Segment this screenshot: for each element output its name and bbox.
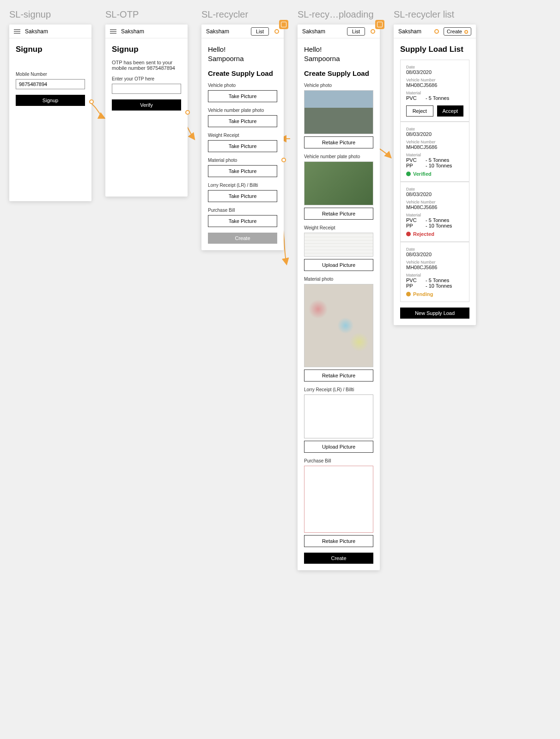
flow-anchor — [281, 158, 286, 162]
lr-preview — [304, 394, 373, 438]
plate-photo-preview — [304, 161, 373, 205]
plate-photo-label: Vehicle number plate photo — [208, 108, 277, 113]
phone-otp: Saksham Signup OTP has been sent to your… — [105, 25, 188, 197]
flow-anchor — [434, 29, 439, 34]
retake-bill[interactable]: Retake Picture — [304, 535, 373, 547]
vehicle-value: MH08CJ5686 — [406, 144, 463, 150]
create-button[interactable]: Create — [304, 553, 373, 564]
app-name: Saksham — [302, 28, 325, 35]
retake-vehicle[interactable]: Retake Picture — [304, 136, 373, 148]
create-chip[interactable]: Create — [444, 27, 471, 36]
material-row: PP- 10 Tonnes — [406, 223, 463, 228]
phone-uploading: Saksham List Hello! Sampoorna Create Sup… — [298, 25, 380, 570]
date-label: Date — [406, 65, 463, 69]
supply-card[interactable]: Date08/03/2020 Vehicle NumberMH08CJ5686 … — [400, 60, 469, 122]
reject-button[interactable]: Reject — [406, 105, 433, 117]
design-canvas: SL-signup Saksham Signup Mobile Number S… — [9, 9, 551, 570]
list-chip[interactable]: List — [347, 27, 365, 36]
purchase-bill-label: Purchase Bill — [304, 458, 373, 463]
date-label: Date — [406, 187, 463, 191]
purchase-bill-label: Purchase Bill — [208, 208, 277, 213]
flow-arrows — [9, 9, 560, 579]
create-button[interactable]: Create — [208, 233, 277, 244]
otp-input[interactable] — [112, 84, 181, 94]
screen-title-recycler: SL-recycler — [201, 9, 284, 20]
lr-label: Lorry Receipt (LR) / Billti — [208, 183, 277, 188]
list-heading: Supply Load List — [400, 45, 469, 54]
mobile-label: Mobile Number — [16, 72, 85, 77]
material-label: Material — [406, 273, 463, 277]
vehicle-label: Vehicle Number — [406, 140, 463, 144]
create-heading: Create Supply Load — [304, 69, 373, 77]
retake-plate[interactable]: Retake Picture — [304, 208, 373, 220]
material-label: Material — [406, 153, 463, 157]
material-label: Material — [406, 91, 463, 95]
material-photo-label: Material photo — [304, 277, 373, 282]
hello-text: Hello! Sampoorna — [304, 45, 373, 64]
create-heading: Create Supply Load — [208, 69, 277, 77]
vehicle-label: Vehicle Number — [406, 78, 463, 82]
material-row: PVC- 5 Tonnes — [406, 95, 463, 101]
bill-preview — [304, 466, 373, 533]
link-hotspot-icon[interactable] — [375, 20, 384, 29]
phone-recycler: Saksham List Hello! Sampoorna Create Sup… — [201, 25, 284, 250]
take-picture-vehicle[interactable]: Take Picture — [208, 90, 277, 102]
menu-icon[interactable] — [110, 29, 116, 34]
plate-photo-label: Vehicle number plate photo — [304, 154, 373, 159]
otp-message: OTP has been sent to your mobile number … — [112, 60, 181, 71]
vehicle-value: MH08CJ5686 — [406, 82, 463, 88]
app-name: Saksham — [206, 28, 229, 35]
take-picture-plate[interactable]: Take Picture — [208, 115, 277, 127]
date-value: 08/03/2020 — [406, 131, 463, 137]
app-name: Saksham — [398, 28, 421, 35]
status-badge: Rejected — [406, 231, 463, 237]
flow-anchor — [89, 99, 94, 104]
hello-text: Hello! Sampoorna — [208, 45, 277, 64]
signup-heading: Signup — [16, 45, 85, 54]
date-value: 08/03/2020 — [406, 191, 463, 197]
flow-anchor — [371, 29, 375, 34]
supply-card[interactable]: Date08/03/2020 Vehicle NumberMH08CJ5686 … — [400, 122, 469, 182]
signup-button[interactable]: Signup — [16, 95, 85, 106]
vehicle-photo-label: Vehicle photo — [304, 83, 373, 88]
screen-title-otp: SL-OTP — [105, 9, 188, 20]
weight-receipt-preview — [304, 233, 373, 257]
date-value: 08/03/2020 — [406, 252, 463, 257]
flow-anchor — [185, 110, 190, 115]
take-picture-lr[interactable]: Take Picture — [208, 190, 277, 202]
phone-list: Saksham Create Supply Load List Date08/0… — [394, 25, 476, 325]
material-photo-preview — [304, 284, 373, 367]
app-name: Saksham — [25, 28, 48, 35]
flow-anchor — [274, 29, 279, 34]
material-photo-label: Material photo — [208, 158, 277, 163]
screen-title-signup: SL-signup — [9, 9, 91, 20]
date-label: Date — [406, 127, 463, 131]
retake-material[interactable]: Retake Picture — [304, 370, 373, 382]
take-picture-weight[interactable]: Take Picture — [208, 140, 277, 152]
flow-anchor — [464, 30, 468, 34]
mobile-input[interactable] — [16, 79, 85, 89]
vehicle-photo-label: Vehicle photo — [208, 83, 277, 88]
otp-heading: Signup — [112, 45, 181, 54]
take-picture-material[interactable]: Take Picture — [208, 165, 277, 177]
verify-button[interactable]: Verify — [112, 99, 181, 111]
app-name: Saksham — [121, 28, 144, 35]
link-hotspot-icon[interactable] — [279, 20, 288, 29]
vehicle-value: MH08CJ5686 — [406, 204, 463, 210]
menu-icon[interactable] — [14, 29, 20, 34]
new-supply-button[interactable]: New Supply Load — [400, 308, 469, 319]
material-label: Material — [406, 213, 463, 217]
supply-card[interactable]: Date08/03/2020 Vehicle NumberMH08CJ5686 … — [400, 242, 469, 302]
material-row: PVC- 5 Tonnes — [406, 277, 463, 283]
upload-lr[interactable]: Upload Picture — [304, 441, 373, 453]
accept-button[interactable]: Accept — [437, 105, 463, 117]
take-picture-bill[interactable]: Take Picture — [208, 215, 277, 227]
vehicle-label: Vehicle Number — [406, 260, 463, 265]
date-value: 08/03/2020 — [406, 69, 463, 75]
material-row: PP- 10 Tonnes — [406, 163, 463, 168]
screen-title-list: SL-recycler list — [394, 9, 476, 20]
supply-card[interactable]: Date08/03/2020 Vehicle NumberMH08CJ5686 … — [400, 182, 469, 242]
upload-weight[interactable]: Upload Picture — [304, 259, 373, 271]
list-chip[interactable]: List — [251, 27, 269, 36]
vehicle-photo-preview — [304, 90, 373, 134]
